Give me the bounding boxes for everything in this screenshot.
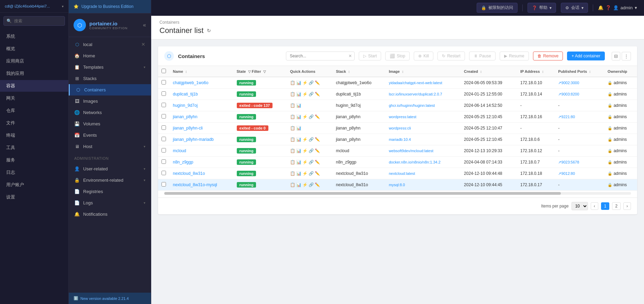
container-log-icon[interactable]: 📋 bbox=[290, 80, 295, 85]
container-stats-icon[interactable]: 📊 bbox=[296, 137, 301, 142]
row-checkbox[interactable] bbox=[162, 80, 166, 85]
sidebar-item-settings[interactable]: 设置 bbox=[0, 191, 68, 203]
container-name-link[interactable]: jianan_p8yhn-cli bbox=[173, 126, 203, 131]
select-all-checkbox[interactable] bbox=[162, 69, 166, 73]
container-name-link[interactable]: nextcloud_8w31o-mysql bbox=[173, 182, 217, 187]
port-link[interactable]: ↗9023:5678 bbox=[558, 160, 579, 164]
container-exec-icon[interactable]: ⚡ bbox=[302, 92, 308, 97]
port-link[interactable]: ↗9003:8200 bbox=[558, 92, 579, 96]
port-link[interactable]: ↗9002:3000 bbox=[558, 81, 579, 85]
container-stats-icon[interactable]: 📊 bbox=[296, 148, 301, 153]
kill-button[interactable]: ⊗ Kill bbox=[414, 52, 433, 60]
sidebar-item-images[interactable]: 🖼 Images bbox=[69, 95, 151, 107]
remove-button[interactable]: 🗑 Remove bbox=[533, 52, 563, 60]
image-link[interactable]: wordpress:cli bbox=[389, 126, 411, 130]
image-link[interactable]: mariadb:10.4 bbox=[389, 137, 411, 142]
sidebar-item-containers-main[interactable]: ⬡ Containers bbox=[69, 84, 151, 95]
sidebar-item-useraccount[interactable]: 用户账户 bbox=[0, 179, 68, 191]
container-edit-icon[interactable]: ✏️ bbox=[315, 92, 320, 97]
container-attach-icon[interactable]: 🔗 bbox=[309, 182, 314, 187]
sidebar-item-warehouse[interactable]: 仓库 bbox=[0, 105, 68, 116]
sidebar-item-volumes[interactable]: 💾 Volumes bbox=[69, 118, 151, 130]
row-checkbox[interactable] bbox=[162, 91, 166, 96]
container-search-input[interactable] bbox=[286, 52, 355, 60]
container-log-icon[interactable]: 📋 bbox=[290, 148, 295, 153]
container-name-link[interactable]: duplicati_tij1b bbox=[173, 92, 198, 97]
add-container-button[interactable]: + Add container bbox=[567, 52, 605, 60]
sidebar-item-terminal[interactable]: 终端 bbox=[0, 130, 68, 141]
container-edit-icon[interactable]: ✏️ bbox=[315, 148, 320, 153]
sidebar-item-host[interactable]: 🖥 Host ▾ bbox=[69, 141, 151, 152]
container-stats-icon[interactable]: 📊 bbox=[296, 160, 301, 165]
image-link[interactable]: ghcr.io/huginn/huginn:latest bbox=[389, 103, 435, 108]
container-stats-icon[interactable]: 📊 bbox=[296, 103, 301, 108]
sidebar-item-user-related[interactable]: 👤 User-related ▾ bbox=[69, 163, 151, 174]
close-icon[interactable]: ✕ bbox=[141, 42, 145, 47]
image-link[interactable]: docker.n8n.io/n8nio/n8n:1.34.2 bbox=[389, 160, 440, 164]
page-2-button[interactable]: 2 bbox=[612, 202, 621, 210]
container-edit-icon[interactable]: ✏️ bbox=[315, 182, 320, 187]
row-checkbox[interactable] bbox=[162, 137, 166, 141]
image-link[interactable]: nextcloud:latest bbox=[389, 171, 415, 176]
row-checkbox[interactable] bbox=[162, 159, 166, 164]
sidebar-item-system[interactable]: 系统 bbox=[0, 31, 68, 42]
container-log-icon[interactable]: 📋 bbox=[290, 114, 295, 119]
new-version-banner[interactable]: ℹ️ New version available 2.21.4 bbox=[69, 293, 151, 304]
page-1-button[interactable]: 1 bbox=[601, 202, 610, 210]
upgrade-banner[interactable]: ⭐ Upgrade to Business Edition bbox=[69, 0, 151, 13]
container-log-icon[interactable]: 📋 bbox=[290, 103, 295, 108]
container-stats-icon[interactable]: 📊 bbox=[296, 126, 301, 131]
container-edit-icon[interactable]: ✏️ bbox=[315, 160, 320, 165]
next-page-button[interactable]: › bbox=[623, 202, 631, 210]
container-exec-icon[interactable]: ⚡ bbox=[302, 182, 308, 187]
container-stats-icon[interactable]: 📊 bbox=[296, 80, 301, 85]
sidebar-item-files[interactable]: 文件 bbox=[0, 117, 68, 129]
image-link[interactable]: lscr.io/linuxserver/duplicati:2.0.7 bbox=[389, 92, 442, 96]
start-button[interactable]: ▷ Start bbox=[359, 52, 381, 60]
sidebar-item-registries[interactable]: 📄 Registries bbox=[69, 186, 151, 197]
container-exec-icon[interactable]: ⚡ bbox=[302, 80, 308, 85]
container-name-link[interactable]: jianan_p8yhn-mariadb bbox=[173, 137, 214, 142]
container-attach-icon[interactable]: 🔗 bbox=[309, 80, 314, 85]
sidebar-item-overview[interactable]: 概览 bbox=[0, 43, 68, 55]
container-attach-icon[interactable]: 🔗 bbox=[309, 160, 314, 165]
ip-column-header[interactable]: IP Address ↕ bbox=[517, 66, 555, 77]
container-name-link[interactable]: jianan_p8yhn bbox=[173, 114, 197, 119]
sidebar-item-templates[interactable]: 📋 Templates ▾ bbox=[69, 61, 151, 73]
image-link[interactable]: websoft9dev/mcloud:latest bbox=[389, 149, 433, 153]
container-name-link[interactable]: n8n_z9ggp bbox=[173, 160, 193, 165]
sidebar-item-myapps[interactable]: 我的应用 bbox=[0, 68, 68, 79]
container-edit-icon[interactable]: ✏️ bbox=[315, 137, 320, 142]
container-log-icon[interactable]: 📋 bbox=[290, 182, 295, 187]
conversation-button[interactable]: ⚙ 会话 ▾ bbox=[561, 3, 588, 13]
stack-column-header[interactable]: Stack ↕ bbox=[332, 66, 385, 77]
container-stats-icon[interactable]: 📊 bbox=[296, 171, 301, 176]
sidebar-item-appstore[interactable]: 应用商店 bbox=[0, 55, 68, 67]
prev-page-button[interactable]: ‹ bbox=[591, 202, 598, 210]
horizontal-scrollbar[interactable] bbox=[158, 191, 637, 198]
image-link[interactable]: mysql:8.0 bbox=[389, 183, 405, 187]
container-stats-icon[interactable]: 📊 bbox=[296, 114, 301, 119]
container-exec-icon[interactable]: ⚡ bbox=[302, 160, 308, 165]
ports-column-header[interactable]: Published Ports ↕ bbox=[555, 66, 604, 77]
row-checkbox[interactable] bbox=[162, 171, 166, 175]
sidebar-item-tools[interactable]: 工具 bbox=[0, 142, 68, 154]
image-column-header[interactable]: Image ↕ bbox=[385, 66, 460, 77]
container-stats-icon[interactable]: 📊 bbox=[296, 182, 301, 187]
name-column-header[interactable]: Name ↕ bbox=[169, 66, 233, 77]
stop-button[interactable]: ⬜ Stop bbox=[385, 52, 410, 60]
pause-button[interactable]: ⏸ Pause bbox=[469, 52, 496, 60]
per-page-select[interactable]: 10 25 50 bbox=[571, 202, 588, 210]
sidebar-item-notifications[interactable]: 🔔 Notifications bbox=[69, 209, 151, 220]
sidebar-item-services[interactable]: 服务 bbox=[0, 154, 68, 166]
sidebar-item-home[interactable]: 🏠 Home bbox=[69, 50, 151, 61]
container-attach-icon[interactable]: 🔗 bbox=[309, 137, 314, 142]
container-log-icon[interactable]: 📋 bbox=[290, 171, 295, 176]
row-checkbox[interactable] bbox=[162, 182, 166, 187]
scroll-bar-thumb[interactable] bbox=[164, 192, 561, 195]
restart-button[interactable]: ↻ Restart bbox=[437, 52, 465, 60]
container-edit-icon[interactable]: ✏️ bbox=[315, 80, 320, 85]
refresh-icon[interactable]: ↻ bbox=[207, 28, 211, 33]
sidebar-item-stacks[interactable]: ⊞ Stacks bbox=[69, 73, 151, 84]
container-log-icon[interactable]: 📋 bbox=[290, 92, 295, 97]
